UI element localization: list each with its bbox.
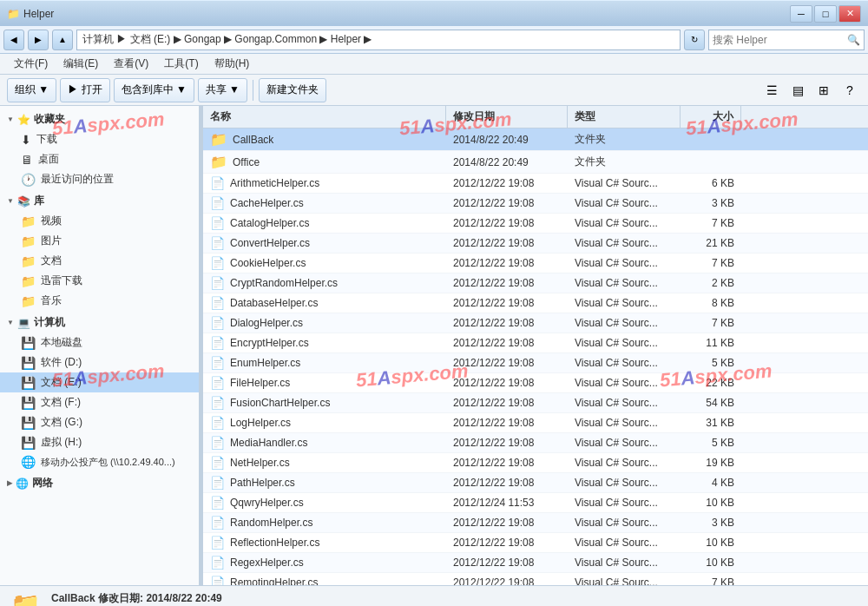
file-cell-name: 📄 CryptRandomHelper.cs	[203, 273, 446, 293]
col-header-name[interactable]: 名称	[203, 106, 446, 128]
file-cell-size: 5 KB	[681, 354, 741, 372]
view-details-button[interactable]: ▤	[786, 80, 809, 101]
file-cell-date: 2014/8/22 20:49	[446, 131, 568, 148]
maximize-button[interactable]: □	[814, 5, 837, 23]
search-input[interactable]	[713, 34, 847, 46]
close-button[interactable]: ✕	[838, 5, 861, 23]
share-button[interactable]: 共享 ▼	[198, 78, 247, 102]
file-cell-size: 4 KB	[681, 474, 741, 491]
sidebar-item-h-drive[interactable]: 💾 虚拟 (H:)	[0, 432, 199, 452]
file-cell-type: Visual C# Sourc...	[568, 474, 681, 491]
sidebar-item-thunder[interactable]: 📁 迅雷下载	[0, 271, 199, 291]
file-cell-type: Visual C# Sourc...	[568, 175, 681, 192]
file-cell-date: 2012/12/24 11:53	[446, 494, 568, 511]
file-row[interactable]: 📄 ConvertHelper.cs 2012/12/22 19:08 Visu…	[203, 234, 868, 254]
file-row[interactable]: 📁 CallBack 2014/8/22 20:49 文件夹	[203, 128, 868, 151]
file-row[interactable]: 📄 LogHelper.cs 2012/12/22 19:08 Visual C…	[203, 413, 868, 433]
col-header-type[interactable]: 类型	[568, 106, 681, 128]
sidebar-item-recent[interactable]: 🕐 最近访问的位置	[0, 169, 199, 189]
file-row[interactable]: 📄 CookieHelper.cs 2012/12/22 19:08 Visua…	[203, 254, 868, 273]
sidebar-item-video[interactable]: 📁 视频	[0, 211, 199, 231]
file-row[interactable]: 📄 MediaHandler.cs 2012/12/22 19:08 Visua…	[203, 433, 868, 453]
view-list-button[interactable]: ☰	[760, 80, 783, 101]
file-cell-name: 📄 EnumHelper.cs	[203, 353, 446, 372]
file-row[interactable]: 📄 PathHelper.cs 2012/12/22 19:08 Visual …	[203, 473, 868, 493]
sidebar-item-d-drive[interactable]: 💾 软件 (D:)	[0, 352, 199, 372]
include-library-button[interactable]: 包含到库中 ▼	[114, 78, 194, 102]
back-button[interactable]: ◀	[3, 30, 24, 50]
sidebar-item-f-drive-label: 文档 (F:)	[41, 395, 81, 410]
forward-button[interactable]: ▶	[28, 30, 49, 50]
file-row[interactable]: 📄 CacheHelper.cs 2012/12/22 19:08 Visual…	[203, 194, 868, 214]
file-row[interactable]: 📄 QqwryHelper.cs 2012/12/24 11:53 Visual…	[203, 493, 868, 513]
sidebar-item-network-share[interactable]: 🌐 移动办公投产包 (\\10.2.49.40...)	[0, 452, 199, 471]
file-cell-type: Visual C# Sourc...	[568, 214, 681, 232]
sidebar-item-f-drive[interactable]: 💾 文档 (F:)	[0, 392, 199, 412]
sidebar-item-local-disk[interactable]: 💾 本地磁盘	[0, 333, 199, 352]
file-cell-date: 2012/12/22 19:08	[446, 214, 568, 232]
file-row[interactable]: 📁 Office 2014/8/22 20:49 文件夹	[203, 151, 868, 174]
refresh-button[interactable]: ↻	[684, 30, 705, 50]
library-header[interactable]: ▼ 📚 库	[0, 191, 199, 211]
favorites-header[interactable]: ▼ ⭐ 收藏夹	[0, 109, 199, 129]
file-cell-size: 11 KB	[681, 334, 741, 352]
menu-file[interactable]: 文件(F)	[7, 55, 55, 73]
sidebar-item-g-drive[interactable]: 💾 文档 (G:)	[0, 412, 199, 432]
organize-button[interactable]: 组织 ▼	[7, 78, 56, 102]
menu-tools[interactable]: 工具(T)	[157, 55, 205, 73]
docs-icon: 📁	[21, 254, 36, 268]
network-share-icon: 🌐	[21, 455, 36, 469]
help-button[interactable]: ?	[838, 80, 861, 101]
menu-edit[interactable]: 编辑(E)	[56, 55, 105, 73]
file-row[interactable]: 📄 FileHelper.cs 2012/12/22 19:08 Visual …	[203, 373, 868, 393]
sidebar-item-docs[interactable]: 📁 文档	[0, 251, 199, 271]
file-row[interactable]: 📄 RandomHelper.cs 2012/12/22 19:08 Visua…	[203, 513, 868, 533]
open-button[interactable]: ▶ 打开	[60, 78, 109, 102]
up-button[interactable]: ▲	[52, 30, 73, 50]
file-cell-name: 📄 CacheHelper.cs	[203, 194, 446, 213]
sidebar-item-network-share-label: 移动办公投产包 (\\10.2.49.40...)	[41, 456, 175, 469]
file-row[interactable]: 📄 ArithmeticHelper.cs 2012/12/22 19:08 V…	[203, 174, 868, 194]
menu-help[interactable]: 帮助(H)	[207, 55, 257, 73]
file-row[interactable]: 📄 NetHelper.cs 2012/12/22 19:08 Visual C…	[203, 453, 868, 473]
sidebar-item-desktop[interactable]: 🖥 桌面	[0, 149, 199, 169]
new-folder-button[interactable]: 新建文件夹	[259, 78, 326, 102]
sidebar-item-pictures[interactable]: 📁 图片	[0, 231, 199, 251]
file-cell-type: Visual C# Sourc...	[568, 354, 681, 372]
file-row[interactable]: 📄 DatabaseHelper.cs 2012/12/22 19:08 Vis…	[203, 293, 868, 313]
computer-header[interactable]: ▼ 💻 计算机	[0, 313, 199, 333]
file-row[interactable]: 📄 EnumHelper.cs 2012/12/22 19:08 Visual …	[203, 353, 868, 373]
menu-view[interactable]: 查看(V)	[107, 55, 155, 73]
search-box[interactable]: 🔍	[708, 30, 865, 50]
file-row[interactable]: 📄 DialogHelper.cs 2012/12/22 19:08 Visua…	[203, 313, 868, 333]
file-row[interactable]: 📄 RegexHelper.cs 2012/12/22 19:08 Visual…	[203, 553, 868, 573]
file-name-text: FileHelper.cs	[230, 377, 290, 389]
title-bar-controls[interactable]: ─ □ ✕	[790, 5, 861, 23]
view-icons-button[interactable]: ⊞	[812, 80, 835, 101]
file-row[interactable]: 📄 CryptRandomHelper.cs 2012/12/22 19:08 …	[203, 273, 868, 293]
sidebar-item-e-drive[interactable]: 💾 文档 (E:)	[0, 372, 199, 392]
file-row[interactable]: 📄 CatalogHelper.cs 2012/12/22 19:08 Visu…	[203, 214, 868, 234]
cs-file-icon: 📄	[210, 236, 225, 250]
col-header-date[interactable]: 修改日期	[446, 106, 568, 128]
network-header[interactable]: ▶ 🌐 网络	[0, 473, 199, 493]
sidebar-item-desktop-label: 桌面	[38, 152, 59, 167]
file-cell-name: 📄 DialogHelper.cs	[203, 313, 446, 333]
file-cell-type: Visual C# Sourc...	[568, 434, 681, 451]
file-cell-size: 3 KB	[681, 194, 741, 212]
file-row[interactable]: 📄 RemotingHelper.cs 2012/12/22 19:08 Vis…	[203, 573, 868, 585]
file-row[interactable]: 📄 EncryptHelper.cs 2012/12/22 19:08 Visu…	[203, 333, 868, 353]
col-header-size[interactable]: 大小	[681, 106, 741, 128]
file-name-text: ReflectionHelper.cs	[230, 537, 319, 549]
file-cell-date: 2012/12/22 19:08	[446, 394, 568, 412]
favorites-label: 收藏夹	[34, 112, 65, 127]
status-selected-name: CallBack 修改日期: 2014/8/22 20:49	[51, 591, 222, 606]
sidebar-item-music[interactable]: 📁 音乐	[0, 291, 199, 311]
file-cell-date: 2012/12/22 19:08	[446, 454, 568, 471]
address-path[interactable]: 计算机 ▶ 文档 (E:) ▶ Gongap ▶ Gongap.Common ▶…	[76, 30, 681, 50]
minimize-button[interactable]: ─	[790, 5, 812, 23]
sidebar-item-download[interactable]: ⬇ 下载	[0, 129, 199, 149]
file-row[interactable]: 📄 FusionChartHelper.cs 2012/12/22 19:08 …	[203, 393, 868, 413]
file-row[interactable]: 📄 ReflectionHelper.cs 2012/12/22 19:08 V…	[203, 533, 868, 553]
file-cell-date: 2012/12/22 19:08	[446, 254, 568, 272]
